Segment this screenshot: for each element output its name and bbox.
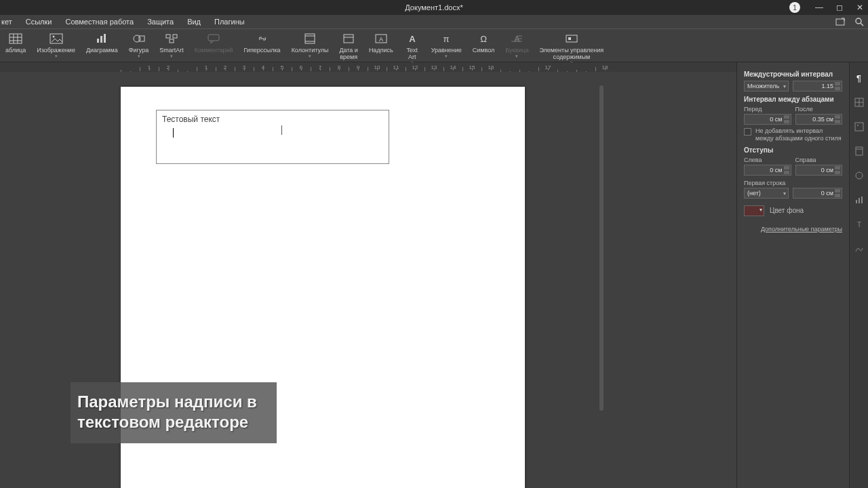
ruler-tick: 11 bbox=[387, 64, 406, 70]
indent-left-input[interactable]: 0 см bbox=[744, 165, 791, 176]
ruler-tick: 12 bbox=[406, 64, 425, 70]
table-button[interactable]: аблица bbox=[0, 32, 31, 54]
chevron-down-icon: ▾ bbox=[309, 54, 311, 59]
textbox-icon: A bbox=[373, 32, 389, 45]
shape-icon bbox=[131, 32, 147, 45]
chart-tab[interactable] bbox=[853, 194, 865, 206]
ruler-tick: 10 bbox=[368, 64, 387, 70]
textbox-button[interactable]: A Надпись bbox=[363, 32, 399, 54]
chart-button[interactable]: Диаграмма bbox=[81, 32, 123, 54]
ruler-tick: 4 bbox=[254, 64, 273, 70]
image-button[interactable]: Изображение ▾ bbox=[31, 32, 81, 59]
title-bar: Документ1.docx* 1 — ◻ ✕ bbox=[0, 0, 868, 15]
svg-rect-15 bbox=[166, 35, 170, 38]
menu-item[interactable]: Плагины bbox=[208, 16, 252, 28]
chevron-down-icon: ▾ bbox=[515, 54, 518, 59]
datetime-button[interactable]: Дата и время bbox=[334, 32, 363, 60]
spacing-before-input[interactable]: 0 см bbox=[744, 114, 791, 125]
minimize-button[interactable]: — bbox=[814, 3, 825, 12]
first-line-value-input[interactable]: 0 см bbox=[793, 188, 843, 199]
shape-button[interactable]: Фигура ▾ bbox=[123, 32, 155, 59]
line-spacing-heading: Междустрочный интервал bbox=[744, 70, 842, 78]
para-spacing-heading: Интервал между абзацами bbox=[744, 96, 842, 103]
content-controls-button[interactable]: Элементы управления содержимым ▾ bbox=[534, 32, 609, 66]
textart-button[interactable]: A Text Art ▾ bbox=[399, 32, 426, 66]
symbol-icon: Ω bbox=[475, 32, 492, 45]
ruler-tick: 2 bbox=[216, 64, 235, 70]
side-tab-strip: ¶ T bbox=[849, 62, 868, 488]
bg-color-picker[interactable] bbox=[744, 205, 764, 216]
svg-text:Ω: Ω bbox=[480, 34, 487, 44]
link-icon bbox=[254, 32, 271, 45]
comment-icon bbox=[205, 32, 222, 45]
chevron-down-icon: ▾ bbox=[138, 54, 140, 59]
text-cursor-secondary bbox=[281, 125, 282, 135]
ruler-tick: 5 bbox=[273, 64, 292, 70]
horizontal-ruler[interactable]: 12123456789101112131415161718 bbox=[0, 62, 736, 72]
no-space-same-style-checkbox[interactable]: Не добавлять интервал между абзацами одн… bbox=[744, 127, 842, 142]
spacing-after-input[interactable]: 0.35 см bbox=[795, 114, 843, 125]
smartart-button[interactable]: SmartArt ▾ bbox=[154, 32, 189, 59]
menu-item[interactable]: кет bbox=[0, 16, 19, 28]
line-spacing-value-input[interactable]: 1.15 bbox=[793, 81, 843, 92]
ruler-tick: 3 bbox=[235, 64, 254, 70]
indent-right-input[interactable]: 0 см bbox=[795, 165, 843, 176]
textframe-text: Тестовый текст bbox=[162, 115, 383, 124]
first-line-mode-select[interactable]: (нет) bbox=[744, 188, 789, 199]
ruler-tick: 1 bbox=[140, 64, 159, 70]
search-icon[interactable] bbox=[854, 17, 864, 26]
svg-rect-0 bbox=[836, 19, 844, 25]
indent-right-label: Справа bbox=[795, 157, 843, 163]
paragraph-tab[interactable]: ¶ bbox=[853, 72, 865, 84]
advanced-settings-link[interactable]: Дополнительные параметры bbox=[744, 226, 842, 232]
svg-rect-44 bbox=[859, 198, 860, 203]
menu-item[interactable]: Ссылки bbox=[19, 16, 59, 28]
menu-item[interactable]: Вид bbox=[180, 16, 208, 28]
insert-toolbar: аблица Изображение ▾ Диаграмма Фигура ▾ … bbox=[0, 28, 868, 62]
vertical-scrollbar[interactable] bbox=[599, 85, 604, 411]
ruler-tick: 13 bbox=[425, 64, 443, 70]
image-tab[interactable] bbox=[853, 121, 865, 133]
main-workspace: 12123456789101112131415161718 Тестовый т… bbox=[0, 62, 868, 488]
textart-tab[interactable]: T bbox=[853, 218, 865, 230]
menu-bar: кет Ссылки Совместная работа Защита Вид … bbox=[0, 15, 868, 28]
line-spacing-mode-select[interactable]: Множитель bbox=[744, 81, 789, 92]
menu-item[interactable]: Защита bbox=[140, 16, 180, 28]
open-file-location-icon[interactable] bbox=[835, 17, 845, 26]
content-controls-icon bbox=[564, 32, 580, 45]
symbol-button[interactable]: Ω Символ bbox=[467, 32, 500, 54]
svg-rect-45 bbox=[861, 197, 863, 203]
header-footer-button[interactable]: Колонтитулы ▾ bbox=[286, 32, 334, 59]
close-button[interactable]: ✕ bbox=[854, 3, 865, 12]
ruler-tick: 2 bbox=[159, 64, 178, 70]
svg-rect-33 bbox=[566, 35, 577, 42]
shape-tab[interactable] bbox=[853, 169, 865, 182]
caption-overlay: Параметры надписи в текстовом редакторе bbox=[71, 382, 277, 443]
signature-tab[interactable] bbox=[853, 243, 865, 255]
svg-rect-11 bbox=[100, 36, 102, 43]
svg-rect-43 bbox=[856, 200, 857, 203]
first-line-label: Первая строка bbox=[744, 180, 842, 186]
table-tab[interactable] bbox=[853, 96, 865, 108]
hyperlink-button[interactable]: Гиперссылка bbox=[238, 32, 285, 54]
comment-button[interactable]: Комментарий bbox=[189, 32, 239, 54]
header-footer-icon bbox=[302, 32, 318, 45]
equation-button[interactable]: π Уравнение ▾ bbox=[426, 32, 467, 59]
menu-right-icons bbox=[835, 15, 864, 28]
svg-rect-17 bbox=[170, 39, 174, 43]
menu-item[interactable]: Совместная работа bbox=[58, 16, 140, 28]
svg-rect-10 bbox=[97, 39, 99, 43]
dropcap-button[interactable]: A Буквица ▾ bbox=[500, 32, 534, 59]
equation-icon: π bbox=[438, 32, 454, 45]
maximize-button[interactable]: ◻ bbox=[834, 3, 845, 12]
user-badge[interactable]: 1 bbox=[789, 2, 800, 13]
svg-point-39 bbox=[857, 125, 859, 126]
text-frame[interactable]: Тестовый текст bbox=[156, 110, 389, 164]
headerfooter-tab[interactable] bbox=[853, 145, 865, 157]
document-area[interactable]: Тестовый текст Параметры надписи в текст… bbox=[0, 72, 736, 488]
svg-point-1 bbox=[856, 18, 861, 24]
chart-icon bbox=[94, 32, 110, 45]
svg-text:A: A bbox=[379, 36, 383, 43]
calendar-icon bbox=[340, 32, 357, 45]
ruler-tick: 7 bbox=[311, 64, 330, 70]
